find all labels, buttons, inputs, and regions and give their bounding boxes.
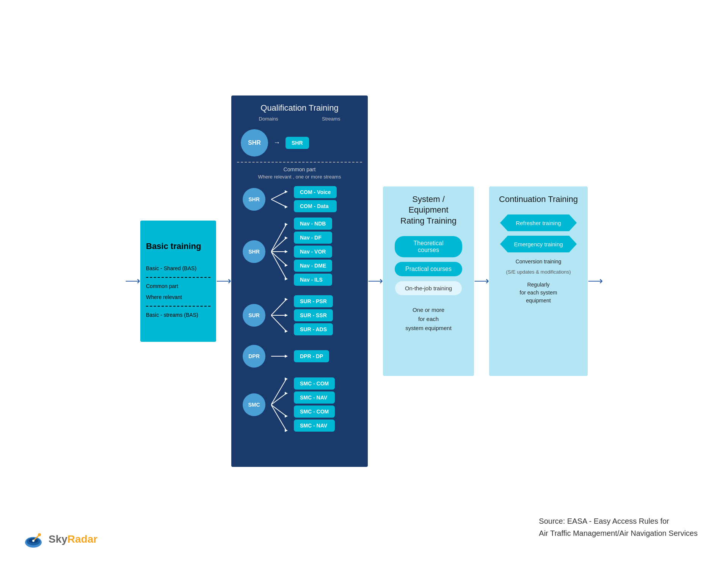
basic-training-title: Basic training <box>146 241 201 251</box>
dpr-section: DPR DPR - DP <box>237 345 362 368</box>
sur-ssr-pill: SUR - SSR <box>294 309 333 321</box>
emergency-training-badge: Emergency training <box>500 236 577 252</box>
basic-where-relevant-label: Where relevant <box>146 293 182 301</box>
sur-fan-lines <box>271 289 294 342</box>
svg-line-24 <box>271 405 286 416</box>
logo-radar: Radar <box>67 533 97 545</box>
svg-point-35 <box>32 540 35 542</box>
practical-courses-badge: Practical courses <box>395 262 463 276</box>
syseq-to-cont-arrow: ⟶ <box>474 275 489 287</box>
svg-marker-17 <box>285 298 288 301</box>
svg-line-5 <box>271 238 286 252</box>
svg-marker-2 <box>285 190 288 193</box>
source-line2: Air Traffic Management/Air Navigation Se… <box>539 527 698 539</box>
conversion-training-sub: (S/E updates & modifications) <box>506 269 571 276</box>
svg-marker-26 <box>285 377 288 380</box>
smc-pills: SMC - COM SMC - NAV SMC - COM SMC - NAV <box>294 377 335 432</box>
sur-pills: SUR - PSR SUR - SSR SUR - ADS <box>294 295 333 335</box>
sys-eq-note: One or morefor eachsystem equipment <box>405 305 452 333</box>
qual-to-syseq-arrow: ⟶ <box>368 275 383 287</box>
svg-marker-11 <box>285 250 288 253</box>
domains-label: Domains <box>259 116 278 122</box>
svg-line-22 <box>271 379 286 405</box>
dpr-node: DPR <box>243 345 265 368</box>
sur-section: SUR SUR - PSR SUR - SSR SUR - ADS <box>237 289 362 342</box>
smc-com1-pill: SMC - COM <box>294 377 335 390</box>
qual-training-title: Qualification Training <box>260 103 338 113</box>
svg-line-1 <box>271 199 286 207</box>
smc-fan-lines <box>271 371 294 439</box>
sys-eq-title: System /EquipmentRating Training <box>400 194 457 227</box>
svg-marker-12 <box>285 264 288 267</box>
dpr-arrow-line <box>271 347 294 366</box>
logo-area: SkyRadar <box>23 528 97 551</box>
svg-marker-3 <box>285 205 288 208</box>
source-line1: Source: EASA - Easy Access Rules for <box>539 515 698 527</box>
qual-labels-row: Domains Streams <box>237 116 362 122</box>
nav-pills: Nav - NDB Nav - DF Nav - VOR Nav - DME N… <box>294 218 332 286</box>
shr-com-fan-lines <box>271 184 294 214</box>
basic-shared-label: Basic - Shared (BAS) <box>146 265 196 272</box>
com-pills: COM - Voice COM - Data <box>294 186 337 212</box>
svg-marker-9 <box>285 223 288 226</box>
shr-top-node: SHR <box>241 129 268 157</box>
qual-training-box: Qualification Training Domains Streams S… <box>231 95 368 467</box>
qual-shr-top-row: SHR → SHR <box>237 129 362 157</box>
smc-node: SMC <box>243 393 265 416</box>
nav-ndb-pill: Nav - NDB <box>294 218 332 230</box>
right-outgoing-arrow: ⟶ <box>588 275 603 287</box>
common-part-label: Common part <box>284 166 316 172</box>
basic-training-divider <box>146 277 210 278</box>
com-voice-pill: COM - Voice <box>294 186 337 198</box>
svg-marker-21 <box>285 355 288 358</box>
basic-training-box: Basic training Basic - Shared (BAS) Comm… <box>140 221 216 342</box>
svg-line-25 <box>271 405 286 431</box>
svg-line-4 <box>271 224 286 252</box>
logo-sky: Sky <box>49 533 67 545</box>
shr-nav-section: SHR Nav - NDB Nav - DF Nav - VOR Nav - D… <box>237 218 362 286</box>
svg-marker-28 <box>285 415 288 418</box>
nav-ils-pill: Nav - ILS <box>294 274 332 286</box>
shr-com-node: SHR <box>243 188 265 211</box>
smc-section: SMC SMC - COM SMC - NAV SMC - COM SMC - … <box>237 371 362 439</box>
theoretical-courses-badge: Theoretical courses <box>395 236 463 257</box>
shr-stream-pill: SHR <box>286 137 309 149</box>
sur-ads-pill: SUR - ADS <box>294 323 333 335</box>
dpr-pills: DPR - DP <box>294 350 329 362</box>
svg-marker-29 <box>285 429 288 432</box>
svg-marker-13 <box>285 277 288 280</box>
nav-dme-pill: Nav - DME <box>294 260 332 272</box>
smc-nav2-pill: SMC - NAV <box>294 420 335 432</box>
shr-com-section: SHR COM - Voice COM - Data <box>237 184 362 214</box>
streams-label: Streams <box>322 116 340 122</box>
logo-text: SkyRadar <box>49 533 97 545</box>
cont-training-note: Regularlyfor each systemequipment <box>520 281 557 305</box>
common-part-divider <box>237 162 362 163</box>
cont-training-box: Continuation Training Refresher training… <box>489 186 588 376</box>
svg-line-0 <box>271 192 286 199</box>
svg-marker-27 <box>285 392 288 395</box>
where-relevant-label: Where relevant , one or more streams <box>258 174 341 180</box>
refresher-training-badge: Refresher training <box>500 214 577 231</box>
conversion-training-label: Conversion training <box>516 258 562 266</box>
left-incoming-arrow: ⟶ <box>125 275 140 287</box>
svg-marker-18 <box>285 314 288 317</box>
ojt-badge: On-the-job training <box>395 281 463 296</box>
sur-psr-pill: SUR - PSR <box>294 295 333 307</box>
svg-line-23 <box>271 393 286 405</box>
svg-marker-19 <box>285 330 288 333</box>
nav-df-pill: Nav - DF <box>294 232 332 244</box>
svg-point-34 <box>38 533 41 536</box>
shr-nav-fan-lines <box>271 218 294 286</box>
sur-node: SUR <box>243 304 265 327</box>
com-data-pill: COM - Data <box>294 200 337 212</box>
source-text: Source: EASA - Easy Access Rules for Air… <box>539 515 698 539</box>
svg-line-16 <box>271 315 286 331</box>
main-container: ⟶ Basic training Basic - Shared (BAS) Co… <box>0 0 728 562</box>
basic-to-qual-arrow: ⟶ <box>216 275 231 287</box>
cont-training-title: Continuation Training <box>499 194 578 205</box>
svg-marker-10 <box>285 236 288 240</box>
shr-nav-node: SHR <box>243 240 265 263</box>
smc-com2-pill: SMC - COM <box>294 405 335 418</box>
shr-top-arrow: → <box>273 139 280 147</box>
